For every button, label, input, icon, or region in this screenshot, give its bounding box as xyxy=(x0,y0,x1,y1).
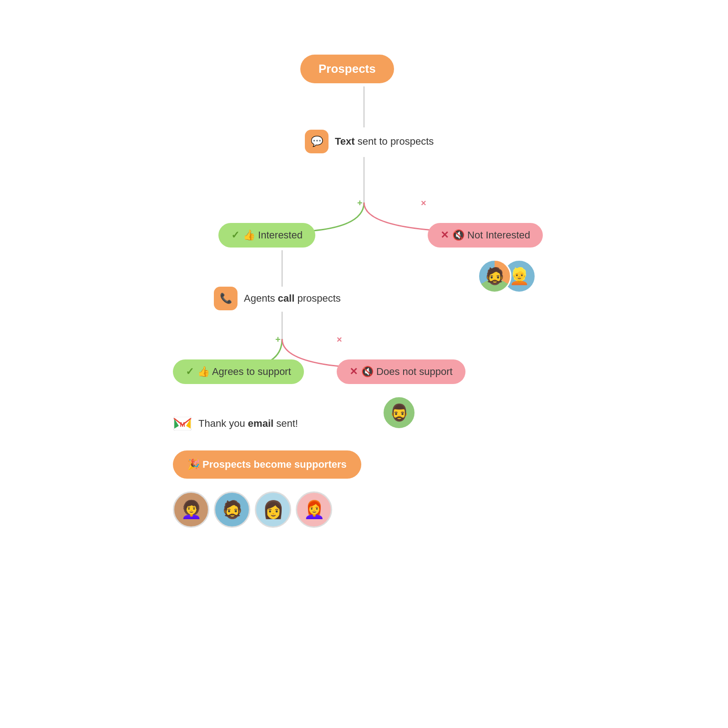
text-action-label: Text sent to prospects xyxy=(335,136,434,147)
flow-diagram: Prospects 💬 Text sent to prospects + × ✓… xyxy=(159,46,569,682)
text-icon: 💬 xyxy=(305,130,329,153)
not-interested-avatars: 🧔 👱 xyxy=(478,259,536,293)
avatar-supporter-4: 👩‍🦰 xyxy=(296,491,332,528)
call-action-label: Agents call prospects xyxy=(244,293,341,304)
svg-text:M: M xyxy=(180,421,185,428)
branch2-plus-label: + xyxy=(275,334,281,345)
not-interested-label: 🔇 Not Interested xyxy=(452,229,530,241)
does-not-label: 🔇 Does not support xyxy=(361,366,453,378)
avatar-1: 🧔 xyxy=(478,259,511,293)
avatar-supporter-3: 👩 xyxy=(255,491,291,528)
agrees-node: ✓ 👍 Agrees to support xyxy=(173,359,304,384)
interested-node: ✓ 👍 Interested xyxy=(218,223,315,248)
prospects-pill: Prospects xyxy=(300,55,394,83)
call-icon: 📞 xyxy=(214,287,238,310)
interested-pill: ✓ 👍 Interested xyxy=(218,223,315,248)
not-interested-node: ✕ 🔇 Not Interested xyxy=(428,223,543,248)
prospects-node: Prospects xyxy=(300,55,394,83)
not-interested-pill: ✕ 🔇 Not Interested xyxy=(428,223,543,248)
gmail-svg: M xyxy=(173,417,192,430)
gmail-icon: M xyxy=(173,414,192,433)
branch-plus-label: + xyxy=(357,198,363,208)
email-action-row: M Thank you email sent! xyxy=(173,414,298,433)
not-interested-x: ✕ xyxy=(440,229,449,241)
supporters-pill: 🎉 Prospects become supporters xyxy=(173,450,361,479)
branch2-minus-label: × xyxy=(337,334,342,345)
supporters-node: 🎉 Prospects become supporters xyxy=(173,450,361,479)
does-not-pill: ✕ 🔇 Does not support xyxy=(337,359,465,384)
text-action-row: 💬 Text sent to prospects xyxy=(305,130,434,153)
supporters-avatars: 👩‍🦱 🧔 👩 👩‍🦰 xyxy=(173,491,332,528)
does-not-node: ✕ 🔇 Does not support xyxy=(337,359,465,384)
email-action-label: Thank you email sent! xyxy=(198,418,298,430)
interested-checkmark: ✓ xyxy=(231,229,239,241)
supporters-label: 🎉 Prospects become supporters xyxy=(187,459,347,470)
agrees-label: 👍 Agrees to support xyxy=(197,366,291,378)
does-not-avatars: 🧔‍♂️ xyxy=(382,396,416,430)
avatar-supporter-2: 🧔 xyxy=(214,491,250,528)
agrees-check: ✓ xyxy=(186,366,194,378)
branch-minus-label: × xyxy=(421,198,426,208)
does-not-x: ✕ xyxy=(349,366,358,378)
avatar-3: 🧔‍♂️ xyxy=(382,396,416,430)
interested-label: 👍 Interested xyxy=(243,229,303,241)
agrees-pill: ✓ 👍 Agrees to support xyxy=(173,359,304,384)
avatar-supporter-1: 👩‍🦱 xyxy=(173,491,209,528)
call-action-row: 📞 Agents call prospects xyxy=(214,287,341,310)
prospects-label: Prospects xyxy=(318,62,376,76)
